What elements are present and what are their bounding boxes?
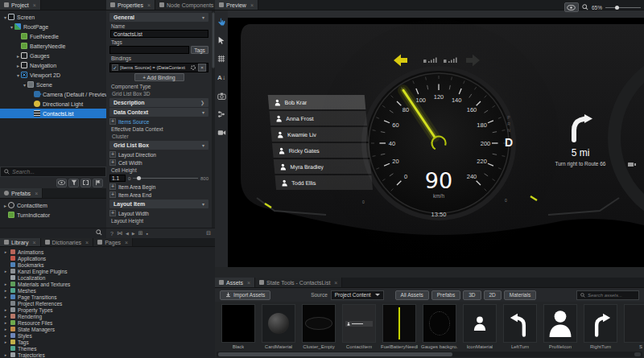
tab-library[interactable]: Library×	[0, 238, 41, 246]
gear-icon[interactable]	[190, 64, 196, 71]
expander-icon[interactable]: ▸	[3, 294, 8, 299]
section-grid-list-box[interactable]: Grid List Box▾	[109, 141, 208, 150]
source-dropdown[interactable]: Project Content	[331, 290, 384, 300]
asset-thumbnail[interactable]	[262, 304, 295, 343]
close-icon[interactable]: ×	[334, 280, 337, 286]
filter-all-assets[interactable]: All Assets	[395, 290, 429, 300]
filter-materials[interactable]: Materials	[504, 290, 536, 300]
cell-width-row[interactable]: +Cell Width	[109, 158, 208, 167]
node-link-icon[interactable]: ⋈	[117, 230, 122, 237]
expander-icon[interactable]: ▸	[3, 314, 8, 319]
library-item-trajectories[interactable]: ▸Trajectories	[3, 352, 215, 358]
asset-cardmaterial[interactable]: CardMaterial	[261, 304, 296, 349]
add-property-icon[interactable]: +	[109, 151, 116, 158]
section-layout-item[interactable]: Layout Item▾	[109, 200, 208, 208]
expander-icon[interactable]: ▸	[3, 282, 8, 286]
horizontal-scrollbar[interactable]	[217, 352, 642, 357]
tree-item-screen[interactable]: ▾Screen	[0, 12, 106, 22]
section-description[interactable]: Description❯	[109, 98, 208, 107]
video-capture-icon[interactable]	[217, 128, 226, 138]
close-icon[interactable]: ×	[147, 2, 151, 8]
asset-cluster-empty[interactable]: Cluster_Empty	[301, 304, 336, 349]
expander-icon[interactable]: ▸	[3, 320, 8, 325]
tree-item-contactslist[interactable]: ContactsList	[0, 109, 106, 118]
expander-icon[interactable]: ▸	[3, 327, 8, 331]
zoom-slider[interactable]	[605, 7, 641, 8]
slider-handle[interactable]	[137, 176, 141, 180]
asset-rightturn[interactable]: RightTurn	[583, 304, 618, 349]
asset-profileicon[interactable]: ProfileIcon	[543, 304, 578, 349]
library-item-animations[interactable]: ▸Animations	[3, 249, 215, 255]
add-property-icon[interactable]: +	[109, 183, 116, 190]
expander-icon[interactable]: ▸	[3, 249, 8, 254]
library-item-themes[interactable]: Themes	[3, 345, 215, 352]
expander-icon[interactable]: ▸	[3, 352, 8, 357]
visibility-filter-button[interactable]	[56, 179, 67, 187]
asset-thumbnail[interactable]	[423, 304, 456, 343]
tree-item-viewport-2d[interactable]: ▾Viewport 2D	[0, 70, 106, 80]
layout-direction-row[interactable]: +Layout Direction	[109, 150, 208, 158]
asset-thumbnail[interactable]	[302, 304, 336, 343]
library-item-resource-files[interactable]: ▸Resource Files	[3, 319, 215, 326]
back-icon[interactable]: ◀	[126, 231, 129, 236]
tree-item-fuelneedle[interactable]: FuelNeedle	[0, 31, 106, 41]
tree-item-scene[interactable]: ▾Scene	[0, 80, 106, 89]
name-field[interactable]: ContactsList	[110, 30, 208, 38]
add-property-icon[interactable]: +	[109, 118, 116, 125]
asset-contactitem[interactable]: ContactItem	[341, 304, 377, 349]
item-area-begin-row[interactable]: +Item Area Begin	[109, 183, 208, 191]
expander-icon[interactable]: ▾	[9, 24, 14, 30]
prefab-item-contactitem[interactable]: ▸ContactItem	[0, 200, 106, 210]
item-area-end-row[interactable]: +Item Area End	[109, 191, 208, 199]
cell-height-field[interactable]: 1.1	[109, 175, 126, 182]
contact-row-myra-bradley[interactable]: Myra Bradley	[274, 159, 372, 174]
grid-settings-icon[interactable]: ⊟	[206, 230, 211, 237]
screenshot-icon[interactable]	[217, 91, 226, 101]
help-icon[interactable]: ?	[110, 231, 114, 237]
asset-leftturn[interactable]: LeftTurn	[502, 304, 538, 349]
expander-icon[interactable]: ▾	[2, 14, 8, 20]
tree-item-directional-light[interactable]: Directional Light	[0, 99, 106, 109]
library-item-applications[interactable]: Applications	[3, 255, 215, 261]
expander-icon[interactable]: ▾	[22, 82, 27, 88]
asset-black[interactable]: Black	[221, 304, 256, 349]
tags-button[interactable]: Tags	[191, 46, 208, 54]
library-item-meshes[interactable]: ▸Meshes	[3, 287, 215, 294]
cell-height-slider[interactable]	[133, 178, 198, 179]
filter-3d[interactable]: 3D	[463, 290, 481, 300]
asset-thumbnail[interactable]	[624, 304, 644, 343]
tree-item-navigation[interactable]: ▸Navigation	[0, 60, 106, 70]
tree-item-gauges[interactable]: ▸Gauges	[0, 51, 106, 60]
library-item-rendering[interactable]: ▸Rendering	[3, 313, 215, 319]
tab-preview[interactable]: Preview ×	[215, 0, 258, 10]
tree-item-camera-default-preview[interactable]: Camera (Default / Preview)	[0, 89, 106, 99]
close-icon[interactable]: ×	[32, 240, 35, 245]
asset-thumbnail[interactable]	[543, 304, 577, 343]
asset-thumbnail[interactable]	[463, 304, 497, 343]
grid-tool-icon[interactable]	[217, 54, 226, 64]
asset-thumbnail[interactable]	[584, 304, 617, 343]
expander-icon[interactable]: ▸	[3, 288, 8, 293]
search-icon[interactable]	[96, 229, 102, 236]
prefab-item-turnindicator[interactable]: TurnIndicator	[0, 210, 106, 220]
library-item-localization[interactable]: Localization	[3, 274, 215, 281]
text-baseline-icon[interactable]: A↓	[217, 72, 226, 82]
filter-icon[interactable]	[68, 179, 79, 187]
node-branch-icon[interactable]	[217, 109, 226, 119]
library-item-state-managers[interactable]: ▸State Managers	[3, 326, 215, 332]
library-item-property-types[interactable]: ▸Property Types	[3, 307, 215, 313]
tab-pages[interactable]: Pages×	[93, 238, 133, 246]
zoom-slider-handle[interactable]	[615, 6, 619, 10]
asset-thumbnail[interactable]	[503, 304, 537, 343]
add-property-icon[interactable]: +	[109, 159, 116, 166]
expander-icon[interactable]: ▾	[15, 72, 21, 78]
contact-row-bob-krar[interactable]: Bob Krar	[268, 95, 366, 109]
contact-row-todd-ellis[interactable]: Todd Ellis	[275, 175, 373, 190]
close-icon[interactable]: ×	[35, 191, 38, 196]
section-data-context[interactable]: Data Context▾	[109, 108, 208, 117]
library-item-page-transitions[interactable]: ▸Page Transitions	[3, 294, 215, 300]
add-binding-button[interactable]: + Add Binding	[134, 73, 184, 81]
items-source-row[interactable]: +Items Source	[109, 117, 208, 126]
close-icon[interactable]: ×	[85, 240, 89, 245]
close-icon[interactable]: ×	[33, 2, 36, 8]
